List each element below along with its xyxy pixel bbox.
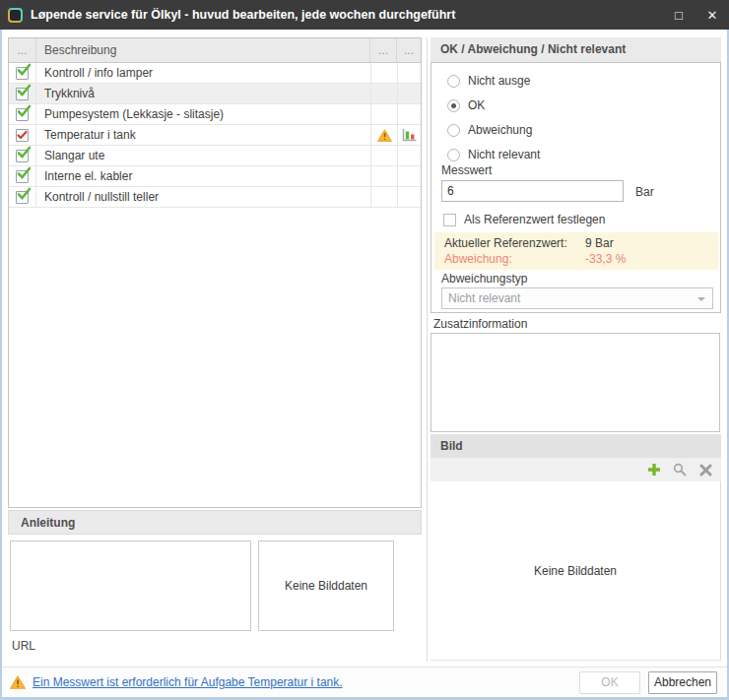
task-chart-cell	[397, 146, 421, 165]
checkbox-checked-green-icon[interactable]	[16, 88, 29, 100]
checkbox-unchecked-icon[interactable]	[443, 214, 456, 226]
maximize-button[interactable]: □	[662, 0, 696, 30]
panel-splitter	[427, 37, 428, 662]
task-status-cell	[370, 104, 397, 124]
app-icon	[8, 8, 23, 23]
radio-icon[interactable]	[447, 149, 460, 161]
reference-value: 9 Bar	[585, 236, 614, 250]
header-chart-column: ...	[397, 38, 421, 62]
checkbox-checked-green-icon[interactable]	[16, 150, 29, 162]
validation-message-link[interactable]: Ein Messwert ist erforderlich für Aufgab…	[33, 675, 579, 689]
radio-label[interactable]: Abweichung	[468, 123, 532, 137]
task-label[interactable]: Kontroll / nullstill teller	[36, 187, 370, 207]
bild-section-header: Bild	[431, 434, 721, 458]
footer-bar: Ein Messwert ist erforderlich für Aufgab…	[0, 667, 729, 697]
abweichungstyp-label: Abweichungstyp	[441, 272, 527, 286]
reference-info-box: Aktueller Referenzwert: 9 Bar Abweichung…	[434, 232, 718, 270]
result-groupbox: Nicht ausge OK Abweichung Nicht relevant…	[431, 62, 721, 313]
task-check-cell[interactable]	[9, 187, 36, 207]
task-chart-cell	[397, 104, 421, 124]
reference-checkbox-label[interactable]: Als Referenzwert festlegen	[464, 213, 605, 226]
header-status-column: ...	[370, 38, 397, 62]
task-chart-cell	[397, 166, 421, 186]
anleitung-image-placeholder: Keine Bilddaten	[285, 579, 367, 593]
anleitung-image-box: Keine Bilddaten	[258, 541, 394, 631]
task-row-selected[interactable]: Temperatur i tank	[9, 125, 421, 146]
deviation-value: -33,3 %	[585, 252, 626, 266]
task-status-cell	[370, 84, 397, 103]
task-chart-cell[interactable]	[397, 125, 421, 145]
radio-label[interactable]: Nicht ausge	[468, 74, 530, 88]
bild-placeholder: Keine Bilddaten	[534, 564, 617, 578]
checkbox-checked-green-icon[interactable]	[16, 67, 29, 80]
bar-chart-icon[interactable]	[402, 129, 417, 142]
task-chart-cell	[397, 187, 421, 207]
checkbox-checked-green-icon[interactable]	[16, 191, 29, 204]
checkbox-checked-green-icon[interactable]	[16, 170, 29, 183]
dialog-window: Løpende service für Ölkyl - huvud bearbe…	[0, 0, 729, 700]
result-panel-header: OK / Abweichung / Nicht relevant	[431, 37, 721, 62]
radio-label[interactable]: Nicht relevant	[468, 148, 540, 161]
add-image-button[interactable]	[646, 462, 662, 477]
deviation-label: Abweichung:	[444, 252, 585, 266]
zusatzinformation-label: Zusatzinformation	[433, 317, 527, 331]
cancel-button[interactable]: Abbrechen	[648, 671, 717, 694]
task-label[interactable]: Pumpesystem (Lekkasje - slitasje)	[36, 104, 370, 124]
anleitung-text-box	[10, 541, 251, 631]
task-check-cell[interactable]	[9, 84, 36, 103]
task-check-cell[interactable]	[9, 166, 36, 186]
footer-warning-icon	[10, 675, 26, 689]
task-status-cell	[370, 125, 397, 145]
radio-nicht-ausgefuehrt[interactable]: Nicht ausge	[447, 73, 530, 89]
task-row[interactable]: Kontroll / info lamper	[9, 63, 421, 84]
url-label: URL	[12, 639, 35, 653]
task-row[interactable]: Kontroll / nullstill teller	[9, 187, 421, 208]
anleitung-section-header: Anleitung	[8, 510, 422, 535]
radio-icon[interactable]	[447, 75, 460, 88]
radio-abweichung[interactable]: Abweichung	[447, 122, 532, 138]
task-check-cell[interactable]	[9, 125, 36, 145]
radio-selected-icon[interactable]	[447, 99, 460, 112]
window-title: Løpende service für Ölkyl - huvud bearbe…	[31, 8, 662, 22]
checkbox-checked-green-icon[interactable]	[16, 108, 29, 121]
messwert-unit-label: Bar	[635, 185, 654, 199]
radio-nicht-relevant[interactable]: Nicht relevant	[447, 147, 540, 162]
warning-icon	[377, 129, 392, 142]
radio-label[interactable]: OK	[468, 98, 485, 112]
zusatzinformation-textarea[interactable]	[431, 333, 720, 432]
ok-button[interactable]: OK	[579, 671, 640, 694]
task-label[interactable]: Temperatur i tank	[36, 125, 370, 145]
task-label[interactable]: Interne el. kabler	[36, 166, 370, 186]
abweichungstyp-selected-value: Nicht relevant	[448, 291, 520, 305]
task-check-cell[interactable]	[9, 63, 36, 83]
header-check-column: ...	[9, 38, 36, 62]
task-status-cell	[370, 187, 397, 207]
zoom-image-button[interactable]	[672, 462, 688, 477]
task-row[interactable]: Interne el. kabler	[9, 166, 421, 187]
task-row[interactable]: Slangar ute	[9, 146, 421, 166]
chevron-down-icon	[697, 297, 705, 301]
bild-toolbar	[431, 458, 721, 481]
task-label[interactable]: Kontroll / info lamper	[36, 63, 370, 83]
task-table: ... Beschreibung ... ... Kontroll / info…	[8, 37, 422, 508]
messwert-label: Messwert	[441, 163, 492, 177]
close-button[interactable]: ✕	[696, 0, 729, 30]
window-border-left	[0, 30, 2, 700]
task-chart-cell	[397, 63, 421, 83]
abweichungstyp-select[interactable]: Nicht relevant	[441, 287, 713, 309]
messwert-input[interactable]	[441, 180, 624, 202]
task-check-cell[interactable]	[9, 104, 36, 124]
task-row[interactable]: Pumpesystem (Lekkasje - slitasje)	[9, 104, 421, 125]
task-label[interactable]: Slangar ute	[36, 146, 370, 165]
radio-ok[interactable]: OK	[447, 97, 485, 113]
task-label[interactable]: Trykknivå	[36, 84, 370, 103]
task-status-cell	[370, 146, 397, 165]
header-beschreibung[interactable]: Beschreibung	[36, 38, 370, 62]
reference-checkbox-row[interactable]: Als Referenzwert festlegen	[443, 213, 605, 226]
bild-image-area: Keine Bilddaten	[431, 481, 721, 661]
checkbox-checked-red-icon[interactable]	[16, 129, 29, 142]
task-check-cell[interactable]	[9, 146, 36, 165]
delete-image-button[interactable]	[697, 462, 713, 477]
task-row[interactable]: Trykknivå	[9, 84, 421, 104]
radio-icon[interactable]	[447, 124, 460, 137]
